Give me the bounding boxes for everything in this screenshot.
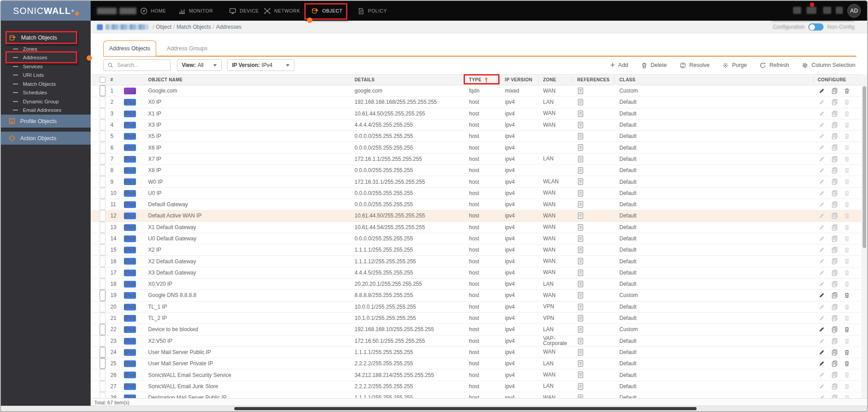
delete-icon[interactable] (844, 131, 850, 142)
delete-icon[interactable] (844, 120, 850, 130)
row-checkbox[interactable] (100, 131, 105, 142)
edit-icon[interactable] (819, 347, 825, 358)
clone-icon[interactable] (831, 176, 838, 187)
delete-icon[interactable] (844, 358, 850, 369)
references-icon[interactable] (577, 108, 584, 119)
sidebar-item-zones[interactable]: Zones (1, 44, 91, 53)
edit-icon[interactable] (819, 97, 825, 107)
config-mode-toggle[interactable] (808, 23, 824, 31)
sidebar-item-dynamic-group[interactable]: Dynamic Group (1, 97, 91, 106)
edit-icon[interactable] (819, 336, 825, 346)
clone-icon[interactable] (831, 313, 838, 323)
references-icon[interactable] (577, 358, 584, 369)
delete-icon[interactable] (844, 108, 850, 119)
edit-icon[interactable] (819, 369, 825, 380)
row-checkbox[interactable] (100, 336, 105, 346)
delete-icon[interactable] (844, 142, 850, 153)
references-icon[interactable] (577, 336, 584, 346)
delete-icon[interactable] (844, 336, 850, 346)
delete-icon[interactable] (844, 222, 850, 233)
references-icon[interactable] (577, 290, 584, 301)
delete-icon[interactable] (844, 176, 850, 187)
search-box[interactable] (103, 59, 171, 71)
clone-icon[interactable] (831, 267, 838, 278)
clone-icon[interactable] (831, 108, 838, 119)
view-dropdown[interactable]: View:All (177, 59, 222, 71)
breadcrumb-segment-object[interactable]: Object (156, 24, 171, 30)
delete-icon[interactable] (844, 97, 850, 107)
blurred-toolbar-icon[interactable] (793, 7, 801, 14)
references-icon[interactable] (577, 347, 584, 358)
edit-icon[interactable] (819, 154, 825, 164)
clone-icon[interactable] (831, 210, 838, 221)
edit-icon[interactable] (819, 256, 825, 266)
sidebar-group-profile-objects[interactable]: Profile Objects (1, 115, 91, 128)
edit-icon[interactable] (819, 290, 825, 301)
clone-icon[interactable] (831, 154, 838, 164)
clone-icon[interactable] (831, 233, 838, 244)
edit-icon[interactable] (819, 392, 825, 398)
clone-icon[interactable] (831, 97, 838, 107)
row-checkbox[interactable] (100, 154, 105, 164)
clone-icon[interactable] (831, 279, 838, 289)
references-icon[interactable] (577, 222, 584, 233)
clone-icon[interactable] (831, 358, 838, 369)
delete-icon[interactable] (844, 244, 850, 255)
references-icon[interactable] (577, 131, 584, 142)
topnav-item-device[interactable]: DEVICE (229, 1, 259, 21)
delete-icon[interactable] (844, 279, 850, 289)
clone-icon[interactable] (831, 142, 838, 153)
edit-icon[interactable] (819, 222, 825, 233)
clone-icon[interactable] (831, 392, 838, 398)
edit-icon[interactable] (819, 210, 825, 221)
column-header-references[interactable]: REFERENCES (577, 75, 609, 85)
delete-icon[interactable] (844, 267, 850, 278)
edit-icon[interactable] (819, 120, 825, 130)
edit-icon[interactable] (819, 199, 825, 210)
edit-icon[interactable] (819, 267, 825, 278)
horizontal-scrollbar-thumb[interactable] (234, 407, 697, 410)
references-icon[interactable] (577, 97, 584, 107)
column-header-class[interactable]: CLASS (619, 75, 636, 85)
tab-address-objects[interactable]: Address Objects (103, 40, 156, 56)
clone-icon[interactable] (831, 120, 838, 130)
clone-icon[interactable] (831, 222, 838, 233)
row-checkbox[interactable] (100, 176, 105, 187)
row-checkbox[interactable] (100, 279, 105, 289)
edit-icon[interactable] (819, 279, 825, 289)
references-icon[interactable] (577, 154, 584, 164)
edit-icon[interactable] (819, 85, 825, 96)
references-icon[interactable] (577, 381, 584, 392)
delete-icon[interactable] (844, 369, 850, 380)
delete-icon[interactable] (844, 381, 850, 392)
clone-icon[interactable] (831, 199, 838, 210)
delete-icon[interactable] (844, 324, 850, 335)
sidebar-item-email-addresses[interactable]: Email Addresses (1, 106, 91, 115)
clone-icon[interactable] (831, 256, 838, 266)
edit-icon[interactable] (819, 381, 825, 392)
column-header-object-name[interactable]: OBJECT NAME (148, 75, 183, 85)
references-icon[interactable] (577, 176, 584, 187)
edit-icon[interactable] (819, 131, 825, 142)
row-checkbox[interactable] (100, 97, 105, 107)
delete-icon[interactable] (844, 154, 850, 164)
edit-icon[interactable] (819, 233, 825, 244)
references-icon[interactable] (577, 210, 584, 221)
breadcrumb-segment-addresses[interactable]: Addresses (216, 24, 241, 30)
row-checkbox[interactable] (100, 222, 105, 233)
blurred-toolbar-icon[interactable] (823, 7, 831, 14)
breadcrumb-segment-match-objects[interactable]: Match Objects (176, 24, 211, 30)
edit-icon[interactable] (819, 165, 825, 176)
topnav-item-object[interactable]: OBJECT (311, 1, 342, 21)
references-icon[interactable] (577, 392, 584, 398)
sidebar-item-services[interactable]: Services (1, 62, 91, 71)
edit-icon[interactable] (819, 313, 825, 323)
references-icon[interactable] (577, 165, 584, 176)
row-checkbox[interactable] (100, 369, 105, 380)
delete-icon[interactable] (844, 347, 850, 358)
clone-icon[interactable] (831, 381, 838, 392)
edit-icon[interactable] (819, 358, 825, 369)
delete-icon[interactable] (844, 301, 850, 312)
delete-icon[interactable] (844, 290, 850, 301)
columns-button[interactable]: Column Selection (802, 62, 855, 69)
